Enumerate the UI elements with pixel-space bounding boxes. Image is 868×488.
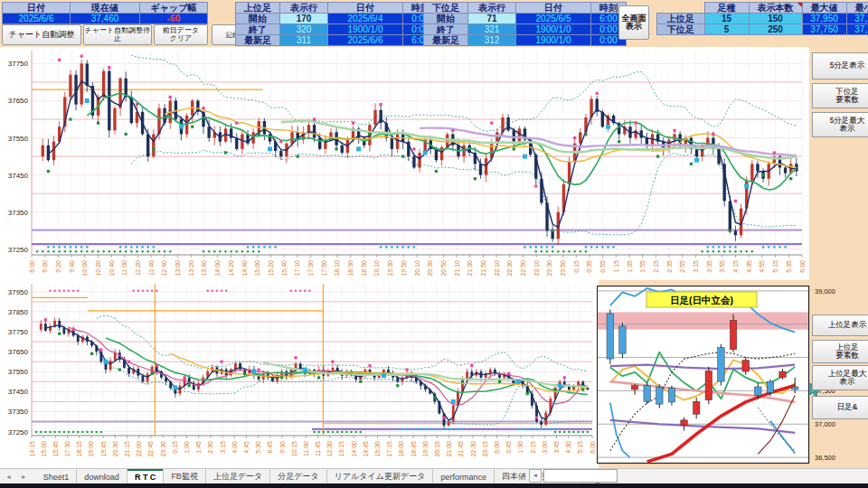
svg-text:15:45: 15:45: [52, 441, 59, 457]
svg-text:37850: 37850: [8, 308, 29, 316]
svg-text:37350: 37350: [8, 209, 29, 217]
sheet-tab-R-T-C[interactable]: R T C: [127, 469, 165, 484]
sheet-tabs: Sheet1downloadR T CFB監視上位足データ分足データリアルタイム…: [36, 469, 582, 484]
svg-text:11:00: 11:00: [303, 441, 309, 456]
side-button-上位足表示[interactable]: 上位足表示: [812, 314, 868, 336]
svg-text:17:30: 17:30: [307, 260, 314, 277]
svg-text:6:00: 6:00: [799, 260, 806, 273]
svg-text:11:40: 11:40: [148, 260, 155, 276]
svg-text:37,000: 37,000: [815, 420, 835, 428]
side-button-下位足要素数[interactable]: 下位足 要素数: [812, 83, 868, 108]
svg-text:13:40: 13:40: [201, 260, 207, 277]
sheet-tab-上位足データ[interactable]: 上位足データ: [206, 469, 270, 484]
fullscreen-button[interactable]: 全画面 表示: [618, 5, 649, 40]
lower-latest-row: 312: [468, 35, 516, 46]
svg-text:23:10: 23:10: [533, 260, 540, 277]
svg-text:14:00: 14:00: [351, 441, 357, 457]
svg-text:39,000: 39,000: [815, 287, 835, 296]
upper-latest-label: 最新足: [236, 35, 280, 46]
svg-text:3:15: 3:15: [693, 260, 699, 273]
side-button-5分足最大表示[interactable]: 5分足最大 表示: [812, 112, 868, 137]
svg-text:20:50: 20:50: [440, 260, 447, 277]
sheet-nav-arrows[interactable]: ◄ ►: [0, 469, 36, 484]
sheet-tab-リアルタイム更新データ[interactable]: リアルタイム更新データ: [327, 469, 434, 484]
svg-text:18:50: 18:50: [361, 260, 367, 277]
sheet-tab-download[interactable]: download: [77, 469, 127, 484]
chart-auto-adjust-stop-button[interactable]: チャート自動調整停止: [83, 24, 152, 45]
svg-text:9:00: 9:00: [42, 260, 48, 273]
svg-text:37650: 37650: [8, 348, 29, 356]
sheet-tab-FB監視[interactable]: FB監視: [164, 469, 206, 484]
upper-max-value: 37,950: [802, 14, 846, 24]
side-button-上位足最大表示[interactable]: 上位足最大 表示: [812, 365, 868, 390]
svg-text:10:40: 10:40: [108, 260, 115, 277]
lower-start-row: 71: [468, 14, 516, 24]
upper-end-date: 1900/1/0: [328, 24, 403, 35]
header-bar: 日付 現在値 ギャップ幅 2025/6/6 37,460 -60 チャート自動調…: [0, 0, 868, 47]
bar-type-header: 足種: [704, 3, 749, 14]
current-price-header: 現在値: [71, 3, 140, 14]
svg-text:2:35: 2:35: [666, 260, 673, 273]
prev-day-data-clear-button[interactable]: 前日データ クリア: [154, 24, 208, 45]
sheet-tab-performance[interactable]: performance: [433, 469, 495, 484]
side-button-上位足要素数[interactable]: 上位足 要素数: [812, 340, 868, 363]
side-button-5分足表示[interactable]: 5分足表示: [812, 52, 868, 80]
trading-dashboard: { "header": { "left_table": { "headers":…: [0, 0, 868, 488]
upper-start-label: 開始: [236, 14, 280, 24]
svg-text:17:50: 17:50: [321, 260, 327, 277]
svg-text:1:55: 1:55: [639, 260, 646, 273]
svg-text:18:15: 18:15: [76, 441, 82, 457]
svg-text:4:55: 4:55: [759, 260, 765, 273]
svg-text:2:30: 2:30: [207, 441, 213, 454]
svg-text:1:35: 1:35: [627, 260, 633, 273]
svg-text:9:30: 9:30: [279, 441, 286, 454]
svg-text:17:15: 17:15: [386, 441, 392, 457]
svg-text:22:00: 22:00: [136, 441, 142, 457]
svg-text:21:00: 21:00: [446, 441, 452, 457]
upper-start-row: 170: [280, 14, 328, 24]
scrollbar-thumb[interactable]: [543, 469, 618, 483]
lower-start-date: 2025/6/5: [516, 14, 591, 24]
svg-text:5:15: 5:15: [577, 441, 583, 454]
sheet-tab-Sheet1[interactable]: Sheet1: [36, 469, 78, 484]
scroll-left-icon[interactable]: ◂: [529, 469, 542, 483]
bars-config-table: 足種 表示本数 最大値 最小値 上位足 15 150 37,950 37,250…: [656, 2, 868, 35]
svg-text:19:00: 19:00: [88, 441, 94, 457]
upper-min-value: 37,250: [846, 14, 868, 24]
lower-start-label: 開始: [424, 14, 468, 24]
horizontal-scrollbar[interactable]: ◂: [529, 469, 618, 482]
svg-text:19:45: 19:45: [100, 441, 107, 457]
svg-text:4:45: 4:45: [243, 441, 250, 454]
svg-text:5:15: 5:15: [772, 260, 778, 273]
max-value-header: 最大値: [802, 3, 846, 14]
svg-text:12:40: 12:40: [161, 260, 167, 277]
svg-text:3:55: 3:55: [719, 260, 725, 273]
side-button-日足&[interactable]: 日足&: [812, 396, 868, 419]
svg-text:14:15: 14:15: [29, 441, 35, 457]
sheet-tab-分足データ[interactable]: 分足データ: [270, 469, 326, 484]
upper-latest-date: 2025/6/6: [328, 35, 403, 46]
svg-text:15:00: 15:00: [41, 441, 47, 457]
gap-width-value: -60: [140, 14, 208, 24]
svg-text:1:15: 1:15: [613, 260, 619, 273]
svg-text:21:15: 21:15: [124, 441, 130, 457]
chart-auto-adjust-button[interactable]: チャート自動調整: [2, 24, 81, 45]
svg-text:17:30: 17:30: [64, 441, 71, 457]
svg-text:19:50: 19:50: [401, 260, 407, 277]
svg-text:37650: 37650: [8, 97, 29, 105]
svg-text:10:00: 10:00: [81, 260, 88, 277]
svg-text:37750: 37750: [8, 328, 29, 336]
main-15min-chart: 6:009:009:209:4010:0010:2010:4011:0011:2…: [0, 47, 809, 280]
date-header: 日付: [3, 3, 71, 14]
svg-text:37750: 37750: [8, 60, 29, 68]
svg-text:6:00: 6:00: [29, 260, 35, 273]
svg-text:5:30: 5:30: [255, 441, 261, 454]
svg-text:1:00: 1:00: [184, 441, 190, 454]
svg-text:9:20: 9:20: [55, 260, 61, 273]
svg-text:15:30: 15:30: [374, 441, 381, 457]
svg-text:37350: 37350: [8, 408, 29, 416]
svg-text:22:45: 22:45: [147, 441, 154, 457]
svg-text:18:10: 18:10: [334, 260, 340, 277]
svg-text:21:30: 21:30: [467, 260, 473, 277]
svg-text:22:10: 22:10: [494, 260, 500, 277]
